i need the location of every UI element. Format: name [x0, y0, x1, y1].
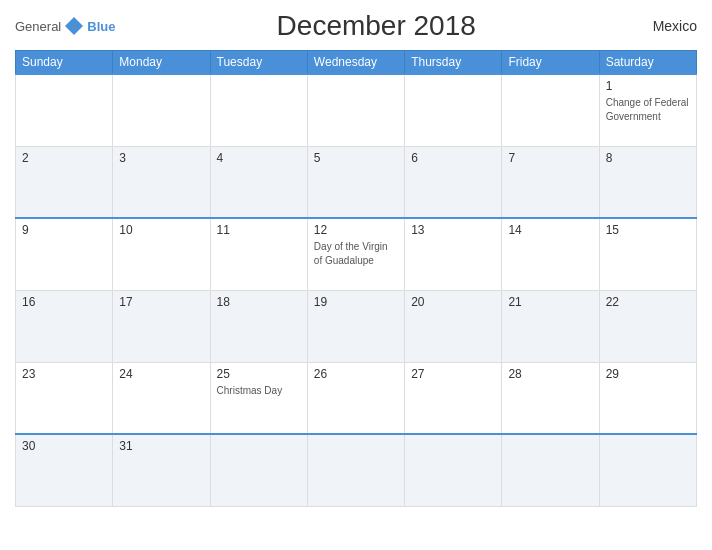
logo-blue-text: Blue	[87, 19, 115, 34]
calendar-day-cell: 10	[113, 218, 210, 290]
logo: General Blue	[15, 15, 115, 37]
calendar-day-cell: 28	[502, 362, 599, 434]
weekday-header-sunday: Sunday	[16, 51, 113, 75]
calendar-day-cell: 15	[599, 218, 696, 290]
calendar-day-cell: 13	[405, 218, 502, 290]
day-number: 19	[314, 295, 398, 309]
day-number: 15	[606, 223, 690, 237]
calendar-day-cell	[113, 74, 210, 146]
day-number: 18	[217, 295, 301, 309]
day-number: 24	[119, 367, 203, 381]
day-number: 12	[314, 223, 398, 237]
calendar-day-cell	[599, 434, 696, 506]
day-number: 16	[22, 295, 106, 309]
country-label: Mexico	[637, 18, 697, 34]
day-number: 29	[606, 367, 690, 381]
calendar-table: SundayMondayTuesdayWednesdayThursdayFrid…	[15, 50, 697, 507]
calendar-day-cell	[16, 74, 113, 146]
calendar-day-cell: 22	[599, 290, 696, 362]
day-number: 21	[508, 295, 592, 309]
calendar-day-cell: 26	[307, 362, 404, 434]
weekday-header-friday: Friday	[502, 51, 599, 75]
holiday-label: Change of Federal Government	[606, 97, 689, 122]
calendar-week-row: 1Change of Federal Government	[16, 74, 697, 146]
calendar-day-cell	[307, 74, 404, 146]
calendar-week-row: 16171819202122	[16, 290, 697, 362]
calendar-day-cell	[210, 434, 307, 506]
calendar-week-row: 232425Christmas Day26272829	[16, 362, 697, 434]
day-number: 2	[22, 151, 106, 165]
calendar-day-cell: 20	[405, 290, 502, 362]
calendar-week-row: 2345678	[16, 146, 697, 218]
calendar-day-cell: 25Christmas Day	[210, 362, 307, 434]
calendar-day-cell	[405, 434, 502, 506]
weekday-header-thursday: Thursday	[405, 51, 502, 75]
calendar-day-cell: 3	[113, 146, 210, 218]
day-number: 27	[411, 367, 495, 381]
calendar-day-cell: 18	[210, 290, 307, 362]
day-number: 8	[606, 151, 690, 165]
day-number: 20	[411, 295, 495, 309]
calendar-week-row: 9101112Day of the Virgin of Guadalupe131…	[16, 218, 697, 290]
calendar-day-cell: 17	[113, 290, 210, 362]
day-number: 28	[508, 367, 592, 381]
weekday-header-tuesday: Tuesday	[210, 51, 307, 75]
weekday-header-saturday: Saturday	[599, 51, 696, 75]
month-title: December 2018	[115, 10, 637, 42]
calendar-day-cell: 1Change of Federal Government	[599, 74, 696, 146]
calendar-day-cell	[210, 74, 307, 146]
page-header: General Blue December 2018 Mexico	[15, 10, 697, 42]
day-number: 3	[119, 151, 203, 165]
day-number: 9	[22, 223, 106, 237]
calendar-day-cell: 4	[210, 146, 307, 218]
day-number: 14	[508, 223, 592, 237]
calendar-day-cell: 31	[113, 434, 210, 506]
day-number: 5	[314, 151, 398, 165]
holiday-label: Christmas Day	[217, 385, 283, 396]
calendar-day-cell: 9	[16, 218, 113, 290]
calendar-day-cell: 8	[599, 146, 696, 218]
calendar-day-cell: 30	[16, 434, 113, 506]
calendar-week-row: 3031	[16, 434, 697, 506]
calendar-day-cell: 11	[210, 218, 307, 290]
day-number: 26	[314, 367, 398, 381]
calendar-day-cell: 7	[502, 146, 599, 218]
calendar-day-cell: 27	[405, 362, 502, 434]
weekday-header-row: SundayMondayTuesdayWednesdayThursdayFrid…	[16, 51, 697, 75]
calendar-day-cell: 24	[113, 362, 210, 434]
calendar-day-cell: 12Day of the Virgin of Guadalupe	[307, 218, 404, 290]
calendar-day-cell: 14	[502, 218, 599, 290]
day-number: 30	[22, 439, 106, 453]
day-number: 7	[508, 151, 592, 165]
calendar-day-cell: 2	[16, 146, 113, 218]
calendar-day-cell: 23	[16, 362, 113, 434]
day-number: 10	[119, 223, 203, 237]
calendar-day-cell	[307, 434, 404, 506]
holiday-label: Day of the Virgin of Guadalupe	[314, 241, 388, 266]
day-number: 17	[119, 295, 203, 309]
day-number: 11	[217, 223, 301, 237]
weekday-header-wednesday: Wednesday	[307, 51, 404, 75]
svg-marker-0	[65, 17, 83, 35]
calendar-day-cell	[502, 434, 599, 506]
calendar-day-cell: 29	[599, 362, 696, 434]
calendar-day-cell	[405, 74, 502, 146]
logo-flag-icon	[63, 15, 85, 37]
calendar-day-cell: 21	[502, 290, 599, 362]
day-number: 13	[411, 223, 495, 237]
day-number: 23	[22, 367, 106, 381]
day-number: 1	[606, 79, 690, 93]
calendar-day-cell: 6	[405, 146, 502, 218]
logo-general-text: General	[15, 19, 61, 34]
day-number: 31	[119, 439, 203, 453]
calendar-day-cell: 5	[307, 146, 404, 218]
day-number: 6	[411, 151, 495, 165]
calendar-day-cell: 19	[307, 290, 404, 362]
day-number: 25	[217, 367, 301, 381]
calendar-day-cell	[502, 74, 599, 146]
weekday-header-monday: Monday	[113, 51, 210, 75]
day-number: 22	[606, 295, 690, 309]
day-number: 4	[217, 151, 301, 165]
calendar-day-cell: 16	[16, 290, 113, 362]
